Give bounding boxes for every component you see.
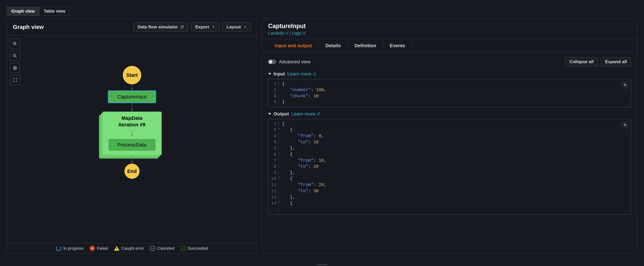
table-view-tab[interactable]: Table view bbox=[39, 7, 70, 16]
svg-line-5 bbox=[16, 56, 16, 57]
input-code-box: 1▾{2 "number": 100,3 "chunk": 104} bbox=[268, 79, 631, 107]
input-learn-more-link[interactable]: Learn more bbox=[287, 71, 316, 77]
end-node[interactable]: End bbox=[124, 164, 140, 179]
zoom-in-icon bbox=[13, 42, 17, 46]
svg-rect-13 bbox=[624, 84, 626, 86]
tab-details[interactable]: Details bbox=[319, 39, 348, 52]
in-progress-icon bbox=[56, 246, 62, 251]
advanced-view-toggle[interactable]: Advanced view bbox=[268, 59, 310, 65]
lambda-link[interactable]: Lambda bbox=[268, 31, 288, 36]
details-panel: CaptureInput Lambda | Logs Input and out… bbox=[262, 18, 637, 253]
collapse-triangle-icon[interactable] bbox=[268, 113, 271, 115]
graph-canvas[interactable]: Start CaptureInput MapData Iteration #9 … bbox=[7, 36, 257, 243]
toggle-switch[interactable] bbox=[268, 59, 276, 64]
svg-line-1 bbox=[16, 44, 16, 45]
output-json-content[interactable]: 1▾[2▾ {3 "from": 0,4 "to": 105 },6▾ {7 "… bbox=[268, 119, 631, 208]
copy-icon bbox=[623, 83, 627, 87]
connector bbox=[132, 155, 132, 164]
data-flow-simulator-button[interactable]: Data flow simulator bbox=[134, 23, 188, 31]
start-node[interactable]: Start bbox=[123, 66, 141, 84]
tab-events[interactable]: Events bbox=[383, 39, 412, 52]
collapse-triangle-icon[interactable] bbox=[268, 73, 271, 75]
view-mode-tabs: Graph view Table view bbox=[7, 7, 70, 16]
output-learn-more-link[interactable]: Learn more bbox=[291, 111, 320, 117]
svg-point-7 bbox=[14, 67, 16, 69]
details-title: CaptureInput bbox=[268, 23, 631, 30]
capture-input-node[interactable]: CaptureInput bbox=[108, 90, 156, 103]
connector bbox=[132, 130, 132, 137]
zoom-out-icon bbox=[13, 54, 17, 58]
link-separator: | bbox=[290, 31, 292, 36]
bottom-drag-handle[interactable] bbox=[317, 264, 327, 265]
fit-button[interactable] bbox=[10, 75, 20, 85]
zoom-out-button[interactable] bbox=[10, 51, 20, 61]
zoom-in-button[interactable] bbox=[10, 39, 20, 49]
copy-output-button[interactable] bbox=[622, 122, 628, 128]
output-section-label: Output bbox=[274, 111, 289, 117]
copy-icon bbox=[623, 123, 627, 127]
svg-rect-14 bbox=[624, 124, 626, 126]
caret-down-icon bbox=[243, 25, 247, 29]
copy-input-button[interactable] bbox=[622, 82, 628, 88]
center-button[interactable] bbox=[10, 63, 20, 73]
process-data-node[interactable]: ProcessData bbox=[108, 139, 156, 151]
succeeded-icon bbox=[180, 246, 186, 251]
graph-panel: Graph view Data flow simulator Export La… bbox=[7, 18, 257, 253]
expand-all-button[interactable]: Expand all bbox=[601, 57, 631, 66]
collapse-all-button[interactable]: Collapse all bbox=[565, 57, 598, 66]
tab-definition[interactable]: Definition bbox=[348, 39, 383, 52]
graph-panel-title: Graph view bbox=[13, 24, 44, 30]
crosshair-icon bbox=[13, 66, 17, 70]
layout-button[interactable]: Layout bbox=[222, 23, 251, 31]
external-link-icon bbox=[317, 112, 320, 116]
input-section-label: Input bbox=[274, 71, 285, 77]
failed-icon: ✕ bbox=[90, 246, 95, 251]
external-link-icon bbox=[285, 32, 288, 35]
caught-error-icon bbox=[114, 246, 120, 251]
legend-in-progress: In progress bbox=[56, 246, 84, 251]
connector bbox=[132, 84, 132, 90]
map-data-node-group[interactable]: MapData Iteration #9 ProcessData bbox=[102, 111, 162, 155]
external-link-icon bbox=[302, 32, 306, 35]
tab-input-output[interactable]: Input and output bbox=[268, 39, 319, 52]
expand-icon bbox=[13, 78, 17, 82]
export-button[interactable]: Export bbox=[191, 23, 219, 31]
logs-link[interactable]: Logs bbox=[292, 31, 306, 36]
output-code-box: 1▾[2▾ {3 "from": 0,4 "to": 105 },6▾ {7 "… bbox=[268, 119, 631, 215]
legend-caught-error: Caught error bbox=[114, 246, 144, 251]
legend-failed: ✕Failed bbox=[90, 246, 108, 251]
external-link-icon bbox=[180, 25, 184, 29]
canceled-icon bbox=[150, 246, 155, 251]
caret-down-icon bbox=[212, 25, 215, 29]
details-tabs: Input and output Details Definition Even… bbox=[262, 39, 637, 52]
connector bbox=[132, 103, 132, 111]
status-legend: In progress ✕Failed Caught error Cancele… bbox=[7, 243, 257, 253]
input-json-content[interactable]: 1▾{2 "number": 100,3 "chunk": 104} bbox=[268, 79, 631, 107]
advanced-view-label: Advanced view bbox=[279, 59, 310, 65]
map-data-title: MapData Iteration #9 bbox=[118, 115, 146, 128]
legend-canceled: Canceled bbox=[150, 246, 174, 251]
external-link-icon bbox=[313, 72, 316, 76]
graph-view-tab[interactable]: Graph view bbox=[7, 7, 39, 16]
legend-succeeded: Succeeded bbox=[180, 246, 208, 251]
